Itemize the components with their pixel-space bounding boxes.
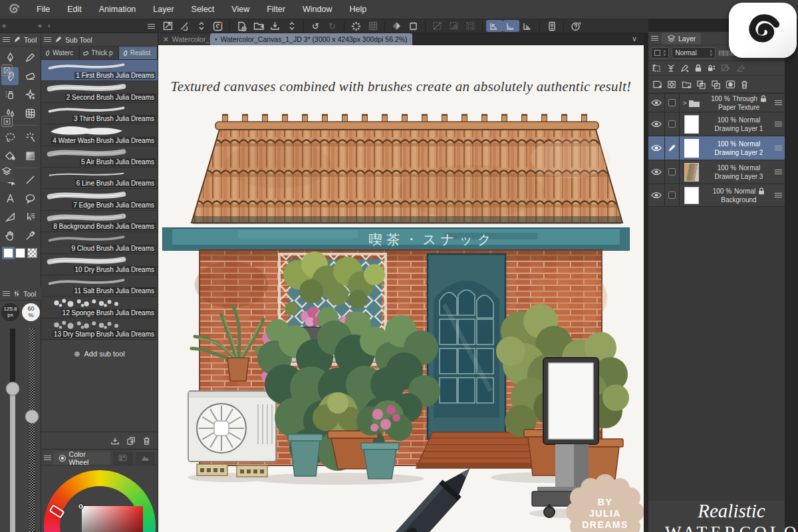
transfer-to-lower-layer-icon[interactable] [696,80,706,89]
folder-expand-icon[interactable]: > [683,100,686,106]
delete-sub-tool-icon[interactable] [142,436,151,446]
grid-icon[interactable] [364,20,381,32]
brush-item[interactable]: 11 Salt Brush Julia Dreams [41,275,158,297]
eyedropper-tool-icon[interactable] [21,227,39,245]
layer-menu-icon[interactable] [771,184,785,206]
clip-to-layer-below-icon[interactable] [652,64,662,72]
brush-item[interactable]: 4 Water Wash Brush Julia Dreams [41,124,158,146]
panel-menu-icon[interactable] [44,456,51,460]
back-button[interactable]: ‹ [48,21,51,29]
reference-layer-icon[interactable] [666,64,676,72]
new-layer-settings-icon[interactable] [667,80,677,89]
layer-menu-icon[interactable] [771,112,785,136]
menu-layer[interactable]: Layer [144,5,182,14]
enable-mask-icon[interactable] [721,64,731,72]
brush-item[interactable]: 13 Dry Stamp Brush Julia Dreams [41,319,158,340]
subtool-tab-thick-paint[interactable]: Thick p [80,47,118,59]
panel-menu-icon[interactable] [651,36,658,41]
opacity-slider-handle[interactable] [25,410,39,424]
lock-transparent-pixels-icon[interactable] [707,64,716,72]
layer-row-background[interactable]: 100 %Normal Background [648,184,785,207]
layer-row-drawing-2-selected[interactable]: 100 %Normal Drawing Layer 2 [648,136,785,160]
material-tab-icon[interactable] [1,65,13,76]
layer-menu-icon[interactable] [771,136,785,160]
brush-item[interactable]: 9 Cloud Brush Julia Dreams [41,232,158,253]
layer-thumbnail-size-combo[interactable]: ∧∨ [651,47,669,59]
document-tab-inactive[interactable]: ✕ Watercolor_Car [158,33,210,45]
layer-row-paper-texture[interactable]: > 100 %Through Paper Texture [648,94,785,112]
new-canvas-icon[interactable] [233,20,250,32]
panel-menu-icon[interactable] [3,291,10,296]
brush-item[interactable]: 6 Line Brush Julia Dreams [41,168,158,189]
open-clip-studio-icon[interactable] [209,20,226,32]
brush-item[interactable]: 8 Background Brush Julia Dreams [41,211,158,232]
brush-item[interactable]: 2 Second Brush Julia Dreams [41,81,158,102]
import-sub-tool-icon[interactable] [110,436,120,446]
brush-size-slider-handle[interactable] [6,382,20,396]
menu-window[interactable]: Window [294,5,340,14]
gradient-icon[interactable] [388,20,405,32]
figure-tool-icon[interactable] [21,171,39,189]
tab-color-wheel[interactable]: Color Wheel [54,452,110,465]
ruler-range-icon[interactable] [735,64,745,72]
eraser-tool-icon[interactable] [21,67,39,85]
brush-item[interactable]: 12 Sponge Brush Julia Dreams [41,297,158,318]
layer-row-drawing-3[interactable]: 100 %Normal Drawing Layer 3 [648,160,785,184]
layer-menu-icon[interactable] [771,160,785,184]
brush-settings-icon[interactable] [176,20,193,32]
brush-item[interactable]: 7 Edge Brush Julia Dreams [41,189,158,210]
auto-select-tool-icon[interactable] [21,128,39,146]
tab-color-mixing[interactable] [136,452,155,465]
layer-dock-tab-active[interactable] [0,160,13,182]
undo-icon[interactable]: ↺ [307,20,324,32]
redo-icon[interactable]: ↻ [324,20,340,32]
menu-file[interactable]: File [28,5,59,14]
visibility-eye-icon[interactable] [648,184,665,206]
airbrush-tool-icon[interactable] [1,86,19,104]
menu-filter[interactable]: Filter [258,5,294,14]
command-menu-icon[interactable] [143,20,160,32]
favorites-tab-icon[interactable] [1,116,13,127]
pencil-tool-icon[interactable] [21,49,39,66]
snap-to-grid-icon[interactable] [519,20,536,32]
layer-tab[interactable]: Layer [662,33,701,45]
help-icon[interactable] [567,20,584,32]
operation-tool-icon[interactable] [21,208,39,226]
visibility-eye-icon[interactable] [648,136,665,160]
canvas-document[interactable]: Textured canvases combined with brushes … [158,45,644,532]
main-color-swatch[interactable] [3,248,13,258]
snap-to-ruler-icon[interactable] [486,20,503,32]
sub-color-swatch[interactable] [15,248,25,258]
stepper-chevrons-icon[interactable] [193,20,209,32]
decoration-tool-icon[interactable] [21,86,39,104]
gradient-tool-icon[interactable] [21,147,39,165]
document-tab-active[interactable]: ● Watercolor_Canvas_1_JD 3* (3000 x 4243… [210,33,412,45]
collapse-tool-panel-button[interactable]: « [2,21,7,29]
delete-layer-icon[interactable] [740,80,749,89]
merge-with-lower-layer-icon[interactable] [711,80,721,89]
menu-select[interactable]: Select [183,5,223,14]
hand-tool-icon[interactable] [1,227,19,245]
brush-size-badge[interactable]: 125.8px [1,303,19,321]
layer-checkbox[interactable] [665,184,680,206]
save-chevrons-icon[interactable] [283,20,300,32]
layer-checkbox[interactable] [665,94,680,112]
close-tab-icon[interactable]: ✕ [163,35,169,43]
visibility-eye-icon[interactable] [648,160,665,184]
layer-checkbox[interactable] [665,112,680,136]
selection-border-icon[interactable] [462,20,479,32]
subtool-tab-watercolor[interactable]: Waterc [41,47,80,59]
draft-layer-icon[interactable] [680,64,690,72]
visibility-eye-icon[interactable] [648,94,665,112]
ruler-tool-icon[interactable] [1,208,19,226]
transparent-color-swatch[interactable] [27,248,37,258]
visibility-eye-icon[interactable] [648,112,665,136]
opacity-badge[interactable]: 60% [22,303,40,321]
tab-list-chevron-icon[interactable]: ∨ [632,35,637,43]
layer-menu-icon[interactable] [771,94,785,112]
blend-mode-dropdown[interactable]: Normal∧∨ [672,47,716,59]
layer-checkbox[interactable] [665,160,680,184]
selection-tool-icon[interactable] [1,128,19,146]
collapse-subtool-panel-button[interactable]: « [38,21,43,29]
duplicate-sub-tool-icon[interactable] [126,436,136,446]
